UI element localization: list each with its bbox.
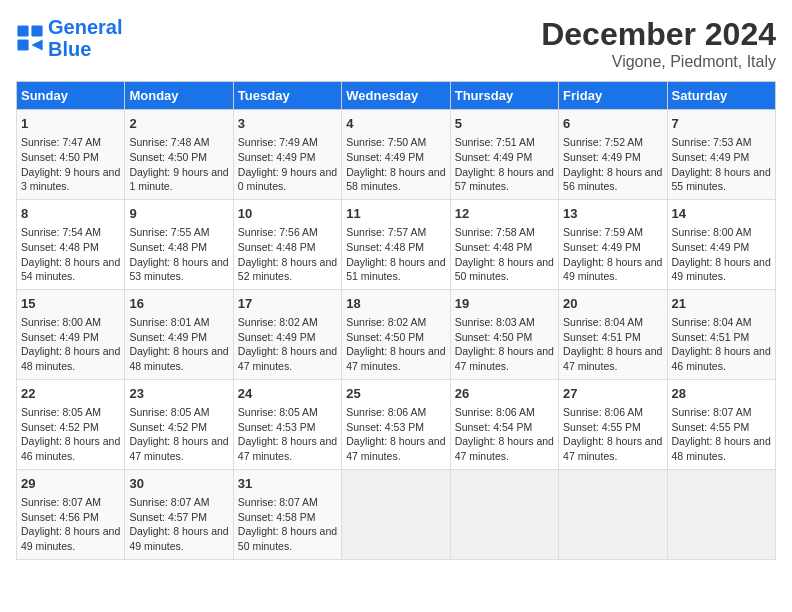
calendar-cell: 30Sunrise: 8:07 AMSunset: 4:57 PMDayligh… <box>125 469 233 559</box>
day-number: 1 <box>21 115 120 133</box>
cell-content: Sunrise: 7:52 AMSunset: 4:49 PMDaylight:… <box>563 135 662 194</box>
cell-content: Sunrise: 7:49 AMSunset: 4:49 PMDaylight:… <box>238 135 337 194</box>
day-number: 18 <box>346 295 445 313</box>
col-header-thursday: Thursday <box>450 82 558 110</box>
svg-rect-0 <box>17 25 28 36</box>
cell-content: Sunrise: 8:02 AMSunset: 4:50 PMDaylight:… <box>346 315 445 374</box>
calendar-cell: 3Sunrise: 7:49 AMSunset: 4:49 PMDaylight… <box>233 110 341 200</box>
day-number: 6 <box>563 115 662 133</box>
cell-content: Sunrise: 7:59 AMSunset: 4:49 PMDaylight:… <box>563 225 662 284</box>
logo: General Blue <box>16 16 122 60</box>
calendar-cell <box>559 469 667 559</box>
svg-rect-1 <box>31 25 42 36</box>
calendar-cell: 15Sunrise: 8:00 AMSunset: 4:49 PMDayligh… <box>17 289 125 379</box>
col-header-saturday: Saturday <box>667 82 775 110</box>
calendar-title: December 2024 <box>541 16 776 53</box>
calendar-cell: 17Sunrise: 8:02 AMSunset: 4:49 PMDayligh… <box>233 289 341 379</box>
cell-content: Sunrise: 8:07 AMSunset: 4:56 PMDaylight:… <box>21 495 120 554</box>
calendar-table: SundayMondayTuesdayWednesdayThursdayFrid… <box>16 81 776 560</box>
cell-content: Sunrise: 8:00 AMSunset: 4:49 PMDaylight:… <box>672 225 771 284</box>
day-number: 3 <box>238 115 337 133</box>
calendar-cell: 11Sunrise: 7:57 AMSunset: 4:48 PMDayligh… <box>342 199 450 289</box>
day-number: 14 <box>672 205 771 223</box>
calendar-cell: 22Sunrise: 8:05 AMSunset: 4:52 PMDayligh… <box>17 379 125 469</box>
cell-content: Sunrise: 8:05 AMSunset: 4:52 PMDaylight:… <box>129 405 228 464</box>
calendar-cell: 9Sunrise: 7:55 AMSunset: 4:48 PMDaylight… <box>125 199 233 289</box>
calendar-cell: 2Sunrise: 7:48 AMSunset: 4:50 PMDaylight… <box>125 110 233 200</box>
cell-content: Sunrise: 7:58 AMSunset: 4:48 PMDaylight:… <box>455 225 554 284</box>
calendar-cell: 19Sunrise: 8:03 AMSunset: 4:50 PMDayligh… <box>450 289 558 379</box>
day-number: 16 <box>129 295 228 313</box>
calendar-cell: 1Sunrise: 7:47 AMSunset: 4:50 PMDaylight… <box>17 110 125 200</box>
day-number: 5 <box>455 115 554 133</box>
day-number: 30 <box>129 475 228 493</box>
cell-content: Sunrise: 8:07 AMSunset: 4:58 PMDaylight:… <box>238 495 337 554</box>
svg-marker-3 <box>31 39 42 50</box>
calendar-cell: 21Sunrise: 8:04 AMSunset: 4:51 PMDayligh… <box>667 289 775 379</box>
calendar-cell: 16Sunrise: 8:01 AMSunset: 4:49 PMDayligh… <box>125 289 233 379</box>
calendar-cell: 31Sunrise: 8:07 AMSunset: 4:58 PMDayligh… <box>233 469 341 559</box>
cell-content: Sunrise: 7:54 AMSunset: 4:48 PMDaylight:… <box>21 225 120 284</box>
calendar-cell: 5Sunrise: 7:51 AMSunset: 4:49 PMDaylight… <box>450 110 558 200</box>
cell-content: Sunrise: 7:57 AMSunset: 4:48 PMDaylight:… <box>346 225 445 284</box>
cell-content: Sunrise: 7:50 AMSunset: 4:49 PMDaylight:… <box>346 135 445 194</box>
cell-content: Sunrise: 8:03 AMSunset: 4:50 PMDaylight:… <box>455 315 554 374</box>
cell-content: Sunrise: 8:04 AMSunset: 4:51 PMDaylight:… <box>672 315 771 374</box>
calendar-week-row: 15Sunrise: 8:00 AMSunset: 4:49 PMDayligh… <box>17 289 776 379</box>
day-number: 29 <box>21 475 120 493</box>
cell-content: Sunrise: 8:05 AMSunset: 4:53 PMDaylight:… <box>238 405 337 464</box>
day-number: 27 <box>563 385 662 403</box>
page-header: General Blue December 2024 Vigone, Piedm… <box>16 16 776 71</box>
calendar-cell: 6Sunrise: 7:52 AMSunset: 4:49 PMDaylight… <box>559 110 667 200</box>
calendar-cell: 4Sunrise: 7:50 AMSunset: 4:49 PMDaylight… <box>342 110 450 200</box>
calendar-cell: 20Sunrise: 8:04 AMSunset: 4:51 PMDayligh… <box>559 289 667 379</box>
day-number: 20 <box>563 295 662 313</box>
cell-content: Sunrise: 7:47 AMSunset: 4:50 PMDaylight:… <box>21 135 120 194</box>
day-number: 2 <box>129 115 228 133</box>
day-number: 23 <box>129 385 228 403</box>
day-number: 25 <box>346 385 445 403</box>
day-number: 22 <box>21 385 120 403</box>
cell-content: Sunrise: 7:56 AMSunset: 4:48 PMDaylight:… <box>238 225 337 284</box>
cell-content: Sunrise: 8:04 AMSunset: 4:51 PMDaylight:… <box>563 315 662 374</box>
calendar-cell: 24Sunrise: 8:05 AMSunset: 4:53 PMDayligh… <box>233 379 341 469</box>
title-area: December 2024 Vigone, Piedmont, Italy <box>541 16 776 71</box>
cell-content: Sunrise: 8:00 AMSunset: 4:49 PMDaylight:… <box>21 315 120 374</box>
calendar-cell: 8Sunrise: 7:54 AMSunset: 4:48 PMDaylight… <box>17 199 125 289</box>
cell-content: Sunrise: 7:48 AMSunset: 4:50 PMDaylight:… <box>129 135 228 194</box>
col-header-monday: Monday <box>125 82 233 110</box>
calendar-cell: 28Sunrise: 8:07 AMSunset: 4:55 PMDayligh… <box>667 379 775 469</box>
day-number: 8 <box>21 205 120 223</box>
day-number: 28 <box>672 385 771 403</box>
calendar-cell <box>342 469 450 559</box>
calendar-cell: 26Sunrise: 8:06 AMSunset: 4:54 PMDayligh… <box>450 379 558 469</box>
cell-content: Sunrise: 8:05 AMSunset: 4:52 PMDaylight:… <box>21 405 120 464</box>
calendar-cell: 13Sunrise: 7:59 AMSunset: 4:49 PMDayligh… <box>559 199 667 289</box>
day-number: 26 <box>455 385 554 403</box>
day-number: 11 <box>346 205 445 223</box>
day-number: 13 <box>563 205 662 223</box>
calendar-week-row: 22Sunrise: 8:05 AMSunset: 4:52 PMDayligh… <box>17 379 776 469</box>
cell-content: Sunrise: 8:06 AMSunset: 4:55 PMDaylight:… <box>563 405 662 464</box>
calendar-cell: 23Sunrise: 8:05 AMSunset: 4:52 PMDayligh… <box>125 379 233 469</box>
calendar-cell: 18Sunrise: 8:02 AMSunset: 4:50 PMDayligh… <box>342 289 450 379</box>
cell-content: Sunrise: 8:06 AMSunset: 4:53 PMDaylight:… <box>346 405 445 464</box>
cell-content: Sunrise: 7:55 AMSunset: 4:48 PMDaylight:… <box>129 225 228 284</box>
calendar-subtitle: Vigone, Piedmont, Italy <box>541 53 776 71</box>
calendar-cell <box>450 469 558 559</box>
logo-icon <box>16 24 44 52</box>
day-number: 12 <box>455 205 554 223</box>
calendar-cell: 12Sunrise: 7:58 AMSunset: 4:48 PMDayligh… <box>450 199 558 289</box>
svg-rect-2 <box>17 39 28 50</box>
day-number: 24 <box>238 385 337 403</box>
cell-content: Sunrise: 7:51 AMSunset: 4:49 PMDaylight:… <box>455 135 554 194</box>
cell-content: Sunrise: 8:02 AMSunset: 4:49 PMDaylight:… <box>238 315 337 374</box>
calendar-cell: 7Sunrise: 7:53 AMSunset: 4:49 PMDaylight… <box>667 110 775 200</box>
calendar-cell: 29Sunrise: 8:07 AMSunset: 4:56 PMDayligh… <box>17 469 125 559</box>
col-header-friday: Friday <box>559 82 667 110</box>
day-number: 15 <box>21 295 120 313</box>
day-number: 9 <box>129 205 228 223</box>
calendar-week-row: 29Sunrise: 8:07 AMSunset: 4:56 PMDayligh… <box>17 469 776 559</box>
day-number: 17 <box>238 295 337 313</box>
day-number: 7 <box>672 115 771 133</box>
